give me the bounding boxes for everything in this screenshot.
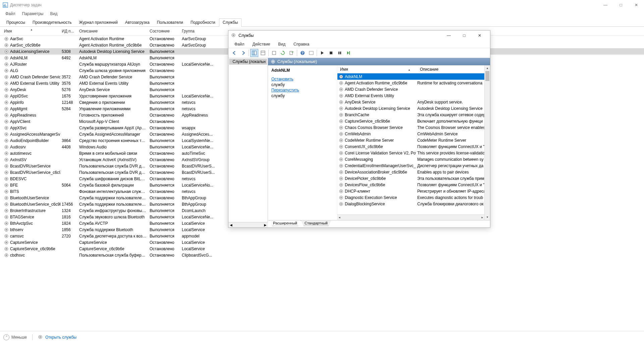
- svc-list-row[interactable]: DeviceAssociationBroker_c6c9b6eEnables a…: [337, 169, 484, 175]
- stop-button[interactable]: [327, 49, 335, 57]
- svc-list-row[interactable]: BranchCacheЭта служба кэширует сетевое с…: [337, 112, 484, 118]
- service-row[interactable]: cbdhsvcПользовательская служба буфера ..…: [0, 252, 644, 258]
- gear-icon: [4, 56, 9, 60]
- open-services-link[interactable]: Открыть службы: [38, 335, 76, 340]
- back-button[interactable]: [230, 49, 238, 57]
- view-button[interactable]: [307, 49, 315, 57]
- svg-rect-16: [338, 52, 339, 54]
- tab-extended[interactable]: Расширенный: [269, 220, 301, 226]
- tab-details[interactable]: Подробности: [187, 18, 219, 27]
- svc-v-scrollbar[interactable]: ▲ ▼: [484, 65, 490, 220]
- svc-list-row[interactable]: Diagnostic Execution ServiceExecutes dia…: [337, 194, 484, 201]
- scrollbar-thumb[interactable]: [485, 71, 489, 81]
- svc-list-row[interactable]: Autodesk Desktop Licensing ServiceAutode…: [337, 105, 484, 112]
- gear-icon: [4, 183, 9, 188]
- svc-list-row[interactable]: CmWebAdminCmWebAdmin Service: [337, 131, 484, 137]
- forward-button[interactable]: [239, 49, 247, 57]
- tree-h-scrollbar[interactable]: ◄►: [228, 222, 268, 227]
- svc-menu-help[interactable]: Справка: [290, 41, 313, 47]
- menu-options[interactable]: Параметры: [19, 11, 46, 17]
- restart-button[interactable]: [344, 49, 353, 57]
- svg-rect-17: [340, 52, 341, 54]
- start-button[interactable]: [318, 49, 326, 57]
- maximize-button[interactable]: □: [613, 0, 629, 10]
- tab-processes[interactable]: Процессы: [3, 18, 29, 27]
- service-row[interactable]: CaptureServiceCaptureServiceОстановленоL…: [0, 239, 644, 246]
- export-button[interactable]: [287, 49, 296, 57]
- svc-close-button[interactable]: ✕: [472, 30, 487, 41]
- refresh-button[interactable]: [279, 49, 287, 57]
- svc-titlebar: Службы ― □ ✕: [228, 30, 490, 41]
- svc-list-row[interactable]: CredentialEnrollmentManagerUserSvc_c6...…: [337, 162, 484, 169]
- menu-file[interactable]: Файл: [3, 11, 18, 17]
- tab-startup[interactable]: Автозагрузка: [121, 18, 153, 27]
- tab-standard[interactable]: Стандартный: [301, 220, 331, 226]
- col-group[interactable]: Группа: [180, 29, 221, 33]
- properties-button[interactable]: [270, 49, 278, 57]
- tab-services[interactable]: Службы: [219, 18, 241, 27]
- gear-icon: [339, 100, 343, 105]
- svc-list-row[interactable]: DevicePicker_c6c9b6eЭта пользовательская…: [337, 175, 484, 182]
- svc-list-row[interactable]: CodeMeter Runtime ServerCodeMeter Runtim…: [337, 137, 484, 143]
- gear-icon: [4, 81, 9, 86]
- svc-menu-action[interactable]: Действие: [249, 41, 274, 47]
- minimize-button[interactable]: ―: [598, 0, 613, 10]
- pause-button[interactable]: [336, 49, 344, 57]
- svc-menu-view[interactable]: Вид: [275, 41, 289, 47]
- tab-app-history[interactable]: Журнал приложений: [75, 18, 121, 27]
- gear-icon: [339, 183, 343, 187]
- footer: ˄ Меньше Открыть службы: [0, 331, 644, 343]
- tab-users[interactable]: Пользователи: [153, 18, 187, 27]
- col-name[interactable]: ▲Имя: [3, 29, 60, 33]
- svc-h-scrollbar[interactable]: ◄►: [337, 214, 484, 220]
- gear-icon: [4, 145, 9, 149]
- svc-list-row[interactable]: DevicesFlow_c6c9b6eПозволяет функциям Co…: [337, 182, 484, 188]
- svc-list-row[interactable]: AnyDesk ServiceAnyDesk support service.: [337, 99, 484, 105]
- show-hide-tree-button[interactable]: [250, 49, 258, 57]
- svc-list-row[interactable]: CaptureService_c6c9b6eВключает дополните…: [337, 118, 484, 124]
- svc-list-row[interactable]: Agent Activation Runtime_c6c9b6eRuntime …: [337, 80, 484, 86]
- help-button[interactable]: ?: [299, 49, 307, 57]
- svc-list-row[interactable]: ConsentUX_c6c9b6eПозволяет функциям Conn…: [337, 143, 484, 150]
- details-button[interactable]: [259, 49, 267, 57]
- service-row[interactable]: camsvc2720Служба диспетчера доступа к во…: [0, 233, 644, 239]
- gear-icon: [4, 164, 9, 168]
- svc-list-row[interactable]: Chaos Cosmos Browser ServiceThe Cosmos B…: [337, 124, 484, 131]
- gear-icon: [4, 202, 9, 207]
- close-button[interactable]: ✕: [629, 0, 644, 10]
- svc-list-row[interactable]: AdskNLM: [337, 73, 484, 80]
- lcol-desc[interactable]: Описание: [417, 67, 484, 72]
- col-description[interactable]: Описание: [78, 29, 148, 33]
- stop-link[interactable]: Остановить: [271, 76, 334, 82]
- lcol-name[interactable]: Имя▲: [337, 67, 417, 72]
- app-icon: [3, 2, 8, 8]
- gear-icon: [339, 113, 343, 117]
- svc-menu-file[interactable]: Файл: [231, 41, 248, 47]
- menubar: Файл Параметры Вид: [0, 10, 644, 17]
- restart-link[interactable]: Перезапустить: [271, 87, 334, 93]
- col-pid[interactable]: ИД п...: [60, 29, 78, 33]
- menu-view[interactable]: Вид: [47, 11, 60, 17]
- fewer-details-button[interactable]: ˄ Меньше: [3, 334, 27, 340]
- svc-list-row[interactable]: DHCP-клиентРегистрирует и обновляет IP-а…: [337, 188, 484, 194]
- gear-icon: [271, 59, 275, 64]
- svc-list-row[interactable]: AMD Crash Defender Service: [337, 86, 484, 92]
- gear-icon: [339, 170, 343, 175]
- service-row[interactable]: CaptureService_c6c9b6eCaptureService_c6c…: [0, 246, 644, 252]
- svc-minimize-button[interactable]: ―: [441, 30, 457, 41]
- svc-maximize-button[interactable]: □: [457, 30, 472, 41]
- svc-list-row[interactable]: Corel License Validation Service V2, Pow…: [337, 150, 484, 156]
- gear-icon: [4, 215, 9, 219]
- col-state[interactable]: Состояние: [148, 29, 180, 33]
- svg-rect-8: [261, 51, 265, 55]
- tab-performance[interactable]: Производительность: [29, 18, 75, 27]
- svc-tree: Службы (локальн ◄►: [228, 58, 268, 227]
- tree-root[interactable]: Службы (локальн: [229, 59, 267, 65]
- svc-list-row[interactable]: AMD External Events Utility: [337, 92, 484, 99]
- svg-rect-14: [309, 51, 313, 55]
- svc-list-row[interactable]: CoreMessagingManages communication betwe…: [337, 156, 484, 162]
- gear-icon: [339, 125, 343, 130]
- svc-list-row[interactable]: DialogBlockingServiceСлужба блокировки д…: [337, 201, 484, 207]
- sort-asc-icon: ▲: [408, 68, 411, 71]
- gear-icon: [4, 94, 9, 98]
